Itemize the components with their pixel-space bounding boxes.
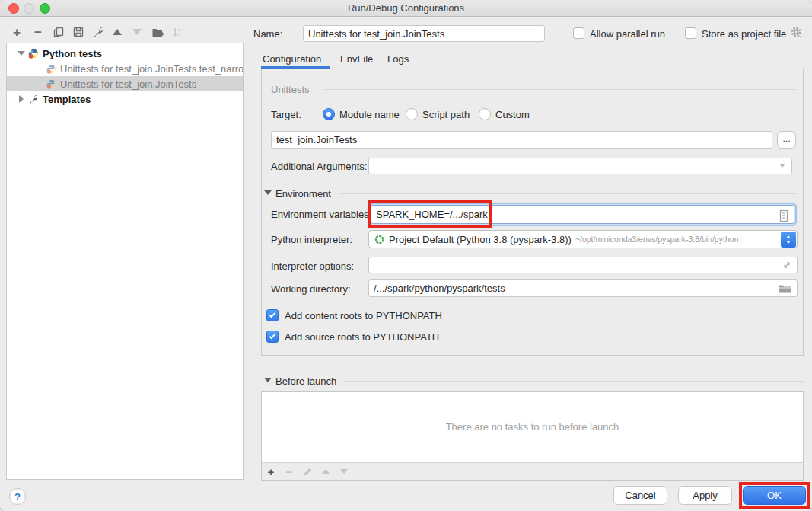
run-debug-configurations-dialog: Run/Debug Configurations + − az Python t…	[0, 0, 812, 511]
radio-custom-label: Custom	[495, 109, 530, 120]
tree-item-test-narrow[interactable]: Unittests for test_join.JoinTests.test_n…	[7, 61, 243, 76]
tree-item-python-tests[interactable]: Python tests	[7, 46, 243, 61]
radio-script-path[interactable]	[406, 108, 418, 120]
tree-item-label: Unittests for test_join.JoinTests	[60, 78, 196, 90]
add-task-icon[interactable]: +	[262, 464, 280, 479]
title-bar: Run/Debug Configurations	[0, 0, 812, 17]
before-launch-panel: There are no tasks to run before launch …	[261, 391, 804, 481]
env-vars-list-icon[interactable]	[779, 209, 789, 225]
check-icon	[269, 333, 275, 339]
help-button[interactable]: ?	[9, 488, 26, 505]
interpreter-options-label: Interpreter options:	[271, 260, 354, 272]
interpreter-stepper[interactable]	[781, 232, 796, 248]
move-down-icon	[129, 24, 145, 40]
tab-logs[interactable]: Logs	[387, 53, 409, 65]
expand-arrow-icon[interactable]	[18, 51, 25, 56]
move-task-down-icon	[335, 464, 353, 479]
folder-icon[interactable]	[778, 283, 791, 297]
svg-text:z: z	[178, 33, 180, 37]
tab-envfile[interactable]: EnvFile	[340, 53, 373, 65]
apply-button[interactable]: Apply	[678, 486, 732, 505]
add-source-roots-checkbox[interactable]	[266, 331, 279, 343]
edit-task-icon	[298, 464, 317, 479]
add-content-roots-label: Add content roots to PYTHONPATH	[285, 310, 442, 321]
radio-module-name[interactable]	[323, 108, 335, 120]
python-test-config-icon	[46, 64, 56, 74]
before-launch-section-title: Before launch	[275, 375, 336, 387]
python-test-config-icon	[46, 79, 56, 89]
allow-parallel-run-label: Allow parallel run	[590, 28, 665, 40]
environment-variables-input[interactable]	[371, 205, 794, 224]
before-launch-empty-message: There are no tasks to run before launch	[262, 421, 803, 433]
before-launch-collapse-icon[interactable]	[264, 378, 272, 382]
remove-task-icon: −	[280, 464, 298, 479]
radio-script-path-label: Script path	[422, 109, 470, 120]
radio-dot	[326, 112, 331, 117]
allow-parallel-run-checkbox[interactable]	[573, 27, 584, 39]
before-launch-separator	[344, 381, 804, 382]
tree-item-jointests-selected[interactable]: Unittests for test_join.JoinTests	[7, 76, 243, 91]
target-input[interactable]	[271, 131, 772, 149]
edit-templates-icon[interactable]	[90, 24, 107, 40]
stepper-up-icon	[786, 235, 791, 238]
tree-item-templates[interactable]: Templates	[7, 91, 243, 107]
environment-variables-label: Environment variables:	[271, 209, 371, 220]
expand-field-icon[interactable]	[782, 260, 792, 273]
new-folder-icon[interactable]	[149, 24, 166, 40]
save-icon[interactable]	[70, 24, 87, 40]
ok-button[interactable]: OK	[743, 486, 806, 505]
working-directory-label: Working directory:	[271, 283, 351, 295]
tree-item-label: Python tests	[43, 48, 102, 59]
window-title: Run/Debug Configurations	[0, 0, 812, 17]
working-directory-input[interactable]	[368, 279, 798, 297]
unittests-section-title: Unittests	[271, 84, 310, 95]
collapse-arrow-icon[interactable]	[19, 95, 24, 103]
check-icon	[269, 311, 275, 318]
environment-separator	[339, 193, 796, 194]
additional-arguments-label: Additional Arguments:	[271, 161, 367, 172]
interpreter-path: ~/opt/miniconda3/envs/pyspark-3.8/bin/py…	[575, 235, 739, 244]
svg-text:a: a	[178, 27, 181, 32]
tree-item-label: Unittests for test_join.JoinTests.test_n…	[60, 63, 243, 75]
chevron-down-icon[interactable]	[779, 164, 785, 168]
before-launch-task-list[interactable]: There are no tasks to run before launch	[262, 392, 803, 462]
add-icon[interactable]: +	[8, 24, 25, 40]
name-input[interactable]	[303, 25, 545, 42]
target-label: Target:	[271, 109, 301, 120]
interpreter-value: Project Default (Python 3.8 (pyspark-3.8…	[389, 234, 572, 245]
stepper-down-icon	[786, 241, 791, 244]
conda-interpreter-icon	[374, 235, 384, 244]
browse-button[interactable]: ...	[777, 131, 796, 149]
remove-icon[interactable]: −	[30, 24, 46, 40]
tab-configuration[interactable]: Configuration	[263, 53, 321, 65]
copy-icon[interactable]	[50, 24, 67, 40]
interpreter-options-input[interactable]	[368, 257, 798, 273]
radio-custom[interactable]	[479, 108, 491, 120]
tree-item-label: Templates	[43, 94, 91, 105]
name-label: Name:	[253, 28, 282, 40]
before-launch-toolbar: + −	[262, 462, 803, 480]
additional-arguments-input[interactable]	[368, 158, 792, 174]
store-as-project-file-label: Store as project file	[702, 28, 786, 40]
environment-collapse-icon[interactable]	[264, 190, 272, 195]
move-task-up-icon	[317, 464, 335, 479]
radio-module-name-label: Module name	[339, 109, 400, 120]
python-tests-icon	[28, 48, 39, 59]
add-content-roots-checkbox[interactable]	[266, 309, 279, 321]
environment-variables-field-wrap	[368, 203, 797, 226]
add-source-roots-label: Add source roots to PYTHONPATH	[285, 331, 439, 343]
move-up-icon[interactable]	[109, 24, 126, 40]
unittests-separator	[323, 89, 796, 90]
gear-icon[interactable]	[790, 26, 803, 42]
environment-section-title: Environment	[275, 188, 331, 200]
python-interpreter-label: Python interpreter:	[271, 234, 352, 245]
store-as-project-file-checkbox[interactable]	[685, 27, 696, 39]
cancel-button[interactable]: Cancel	[613, 486, 667, 505]
sort-icon: az	[169, 24, 186, 40]
templates-wrench-icon	[28, 94, 39, 104]
configurations-tree: Python tests Unittests for test_join.Joi…	[6, 43, 244, 480]
python-interpreter-select[interactable]: Project Default (Python 3.8 (pyspark-3.8…	[368, 230, 798, 248]
